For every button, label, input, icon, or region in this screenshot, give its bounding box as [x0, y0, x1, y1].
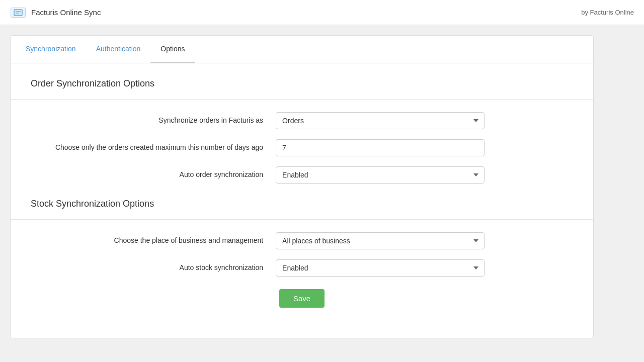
save-row: Save [31, 289, 573, 308]
order-sync-section: Order Synchronization Options Synchroniz… [31, 78, 573, 184]
auto-stock-sync-select-wrap: Enabled Disabled [276, 259, 485, 277]
stock-sync-section: Stock Synchronization Options Choose the… [31, 199, 573, 308]
top-bar: Facturis Online Sync by Facturis Online [0, 0, 644, 25]
tab-bar: Synchronization Authentication Options [11, 36, 593, 63]
auto-order-sync-select[interactable]: Enabled Disabled [276, 166, 485, 184]
app-logo [10, 7, 26, 18]
max-days-label: Choose only the orders created maximum t… [41, 143, 276, 153]
sync-orders-row: Synchronize orders in Facturis as Orders… [31, 112, 573, 129]
place-business-select[interactable]: All places of business [276, 232, 485, 249]
tab-authentication[interactable]: Authentication [86, 36, 151, 63]
tab-options[interactable]: Options [150, 36, 195, 63]
main-card: Synchronization Authentication Options O… [10, 35, 594, 338]
app-branding: Facturis Online Sync [10, 7, 101, 18]
place-business-label: Choose the place of business and managem… [41, 236, 276, 246]
stock-divider [11, 219, 593, 220]
sync-orders-select[interactable]: Orders Invoices Proforma [276, 112, 485, 129]
save-button[interactable]: Save [279, 289, 325, 308]
order-divider [11, 99, 593, 100]
auto-order-sync-select-wrap: Enabled Disabled [276, 166, 485, 184]
order-section-title: Order Synchronization Options [31, 78, 573, 89]
auto-stock-sync-label: Auto stock synchronization [41, 263, 276, 273]
place-business-select-wrap: All places of business [276, 232, 485, 249]
max-days-input[interactable] [276, 139, 485, 156]
auto-order-sync-row: Auto order synchronization Enabled Disab… [31, 166, 573, 184]
card-body: Order Synchronization Options Synchroniz… [11, 63, 593, 338]
max-days-row: Choose only the orders created maximum t… [31, 139, 573, 156]
svg-rect-0 [14, 10, 22, 16]
sync-orders-select-wrap: Orders Invoices Proforma [276, 112, 485, 129]
place-business-row: Choose the place of business and managem… [31, 232, 573, 249]
max-days-input-wrap [276, 139, 485, 156]
sync-orders-label: Synchronize orders in Facturis as [41, 116, 276, 126]
app-title: Facturis Online Sync [31, 8, 101, 17]
auto-stock-sync-select[interactable]: Enabled Disabled [276, 259, 485, 277]
tab-synchronization[interactable]: Synchronization [16, 36, 86, 63]
auto-stock-sync-row: Auto stock synchronization Enabled Disab… [31, 259, 573, 277]
stock-section-title: Stock Synchronization Options [31, 199, 573, 209]
by-label: by Facturis Online [581, 9, 634, 16]
auto-order-sync-label: Auto order synchronization [41, 170, 276, 180]
